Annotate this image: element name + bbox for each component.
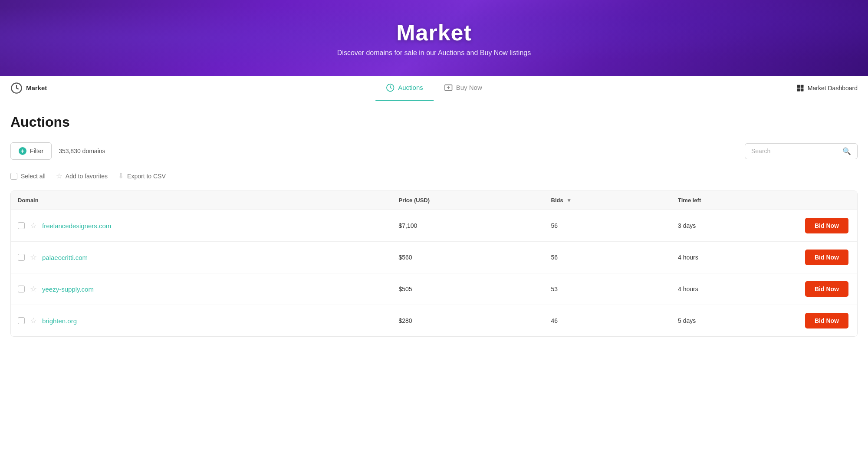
row-star-1[interactable]: ☆ [30,253,37,262]
cell-action-0: Bid Now [798,210,858,242]
cell-bids-2: 53 [544,273,671,305]
filter-left: + Filter 353,830 domains [10,142,105,160]
cell-price-2: $505 [392,273,544,305]
row-checkbox-2[interactable] [18,286,25,292]
hero-banner: Market Discover domains for sale in our … [0,0,868,76]
filter-row: + Filter 353,830 domains 🔍 [10,142,858,160]
table-body: ☆ freelancedesigners.com $7,100 56 3 day… [11,210,857,337]
table-header: Domain Price (USD) Bids ▼ Time left [11,191,857,210]
search-box: 🔍 [745,143,858,159]
tab-buynow-label: Buy Now [456,84,482,91]
tab-auctions[interactable]: Auctions [375,76,434,101]
domain-link-1[interactable]: palaeocritti.com [42,254,88,261]
row-checkbox-3[interactable] [18,317,25,324]
auctions-table: Domain Price (USD) Bids ▼ Time left [10,191,858,337]
auctions-icon [386,83,395,92]
add-favorites-label: Add to favorites [66,173,108,180]
market-dashboard-label: Market Dashboard [808,85,858,92]
filter-button[interactable]: + Filter [10,142,52,160]
col-bids-label: Bids [551,197,563,204]
cell-bids-1: 56 [544,242,671,273]
table-row: ☆ brighten.org $280 46 5 days Bid Now [11,305,857,337]
page-title: Auctions [10,114,858,130]
col-domain-label: Domain [18,197,39,204]
table: Domain Price (USD) Bids ▼ Time left [11,191,857,336]
bid-now-button-2[interactable]: Bid Now [805,281,848,297]
cell-price-3: $280 [392,305,544,337]
col-header-bids[interactable]: Bids ▼ [544,191,671,210]
cell-time-0: 3 days [671,210,798,242]
nav-tabs: Auctions Buy Now [375,76,493,101]
cell-price-1: $560 [392,242,544,273]
nav-brand[interactable]: Market [10,82,47,94]
row-star-2[interactable]: ☆ [30,284,37,294]
table-row: ☆ palaeocritti.com $560 56 4 hours Bid N… [11,242,857,273]
hero-title: Market [396,20,472,46]
bid-now-button-3[interactable]: Bid Now [805,313,848,328]
row-star-3[interactable]: ☆ [30,316,37,325]
select-all-action[interactable]: Select all [10,173,46,180]
select-all-checkbox[interactable] [10,173,17,180]
col-price-label: Price (USD) [399,197,430,204]
cell-action-3: Bid Now [798,305,858,337]
cell-price-0: $7,100 [392,210,544,242]
filter-plus-icon: + [19,147,26,155]
favorites-star-icon: ☆ [56,172,62,180]
select-all-label: Select all [21,173,46,180]
hero-subtitle: Discover domains for sale in our Auction… [337,49,531,57]
bids-sort-icon: ▼ [566,197,572,204]
filter-button-label: Filter [30,148,43,154]
cell-domain-1: ☆ palaeocritti.com [11,242,392,273]
svg-rect-3 [801,85,804,88]
dashboard-icon [796,84,804,92]
cell-time-2: 4 hours [671,273,798,305]
col-header-price: Price (USD) [392,191,544,210]
market-dashboard-link[interactable]: Market Dashboard [796,84,858,92]
buynow-icon [444,83,453,92]
action-row: Select all ☆ Add to favorites ⇩ Export t… [10,172,858,184]
main-content: Auctions + Filter 353,830 domains 🔍 Sele… [0,100,868,450]
cell-time-1: 4 hours [671,242,798,273]
tab-auctions-label: Auctions [398,84,423,91]
row-checkbox-0[interactable] [18,222,25,229]
domain-link-2[interactable]: yeezy-supply.com [42,286,94,293]
bid-now-button-1[interactable]: Bid Now [805,250,848,265]
cell-domain-2: ☆ yeezy-supply.com [11,273,392,305]
market-icon [10,82,23,94]
domain-link-0[interactable]: freelancedesigners.com [42,222,111,230]
col-header-domain: Domain [11,191,392,210]
export-csv-label: Export to CSV [127,173,166,180]
domain-count: 353,830 domains [59,148,105,154]
svg-rect-2 [797,85,800,88]
tab-buynow[interactable]: Buy Now [434,76,493,101]
col-header-time: Time left [671,191,798,210]
bid-now-button-0[interactable]: Bid Now [805,218,848,233]
nav-brand-label: Market [26,84,47,92]
cell-action-2: Bid Now [798,273,858,305]
domain-link-3[interactable]: brighten.org [42,317,77,325]
table-row: ☆ freelancedesigners.com $7,100 56 3 day… [11,210,857,242]
row-star-0[interactable]: ☆ [30,221,37,230]
table-row: ☆ yeezy-supply.com $505 53 4 hours Bid N… [11,273,857,305]
cell-domain-0: ☆ freelancedesigners.com [11,210,392,242]
cell-time-3: 5 days [671,305,798,337]
search-icon: 🔍 [842,147,851,155]
export-csv-action[interactable]: ⇩ Export to CSV [118,172,166,180]
col-time-label: Time left [678,197,701,204]
add-favorites-action[interactable]: ☆ Add to favorites [56,172,108,180]
main-nav: Market Auctions Buy Now Market Dashboard [0,76,868,100]
svg-rect-4 [797,88,800,91]
cell-action-1: Bid Now [798,242,858,273]
col-header-action [798,191,858,210]
row-checkbox-1[interactable] [18,254,25,261]
export-icon: ⇩ [118,172,124,180]
cell-domain-3: ☆ brighten.org [11,305,392,337]
cell-bids-3: 46 [544,305,671,337]
search-input[interactable] [751,148,839,154]
svg-rect-5 [801,88,804,91]
cell-bids-0: 56 [544,210,671,242]
